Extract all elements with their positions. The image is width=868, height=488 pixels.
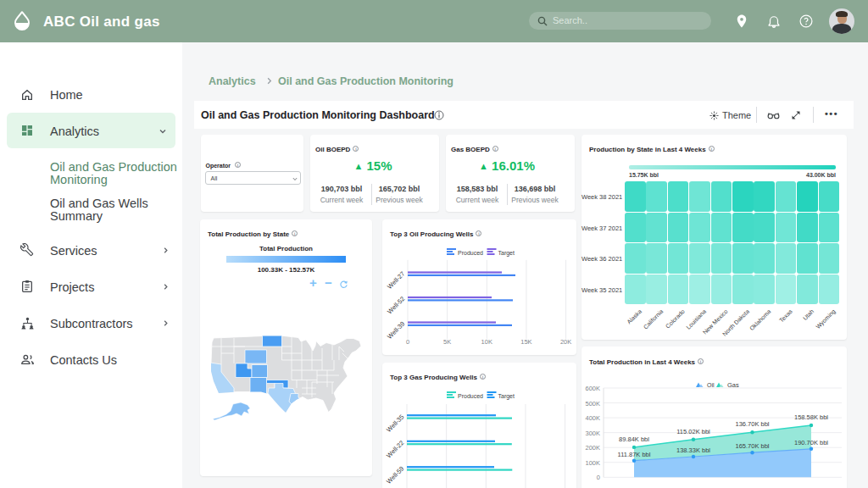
svg-text:89.84K bbl: 89.84K bbl	[619, 435, 649, 443]
svg-text:Well-22: Well-22	[385, 439, 405, 459]
svg-text:5K: 5K	[443, 338, 451, 346]
svg-text:0: 0	[597, 474, 600, 481]
svg-text:California: California	[643, 308, 665, 330]
svg-text:Well-35: Well-35	[385, 413, 405, 434]
svg-text:165.70K bbl: 165.70K bbl	[735, 442, 769, 450]
svg-text:Target: Target	[498, 250, 515, 257]
svg-text:10K: 10K	[481, 338, 492, 346]
svg-text:400K: 400K	[585, 414, 600, 422]
svg-text:Well-27: Well-27	[386, 270, 406, 291]
svg-text:100K: 100K	[585, 459, 600, 467]
svg-text:500K: 500K	[585, 400, 600, 408]
svg-text:138.33K bbl: 138.33K bbl	[676, 446, 710, 454]
svg-text:Well-39: Well-39	[386, 320, 406, 341]
svg-text:Well-59: Well-59	[385, 465, 405, 485]
svg-text:Well-52: Well-52	[386, 295, 406, 315]
svg-text:20K: 20K	[560, 338, 571, 346]
svg-text:Produced: Produced	[458, 250, 483, 256]
svg-text:Texas: Texas	[778, 308, 793, 323]
svg-text:Target: Target	[498, 393, 515, 400]
svg-text:600K: 600K	[585, 385, 600, 392]
svg-text:300K: 300K	[585, 430, 600, 437]
svg-text:0: 0	[406, 338, 409, 346]
svg-text:Louisiana: Louisiana	[685, 308, 707, 330]
svg-text:Wyoming: Wyoming	[815, 308, 837, 330]
svg-text:Oklahoma: Oklahoma	[748, 308, 772, 332]
svg-text:115.02K bbl: 115.02K bbl	[676, 428, 710, 435]
svg-text:Utah: Utah	[802, 308, 815, 321]
svg-text:Alaska: Alaska	[626, 308, 643, 325]
svg-text:Colorado: Colorado	[665, 308, 686, 330]
svg-text:136.70K bbl: 136.70K bbl	[735, 420, 769, 428]
svg-text:200K: 200K	[585, 444, 600, 452]
svg-text:158.58K bbl: 158.58K bbl	[794, 413, 828, 421]
svg-text:15K: 15K	[520, 338, 531, 346]
svg-text:111.87K bbl: 111.87K bbl	[618, 451, 651, 458]
svg-text:190.70K bbl: 190.70K bbl	[794, 439, 828, 446]
svg-text:Oil: Oil	[707, 382, 715, 388]
svg-text:Produced: Produced	[458, 393, 483, 399]
